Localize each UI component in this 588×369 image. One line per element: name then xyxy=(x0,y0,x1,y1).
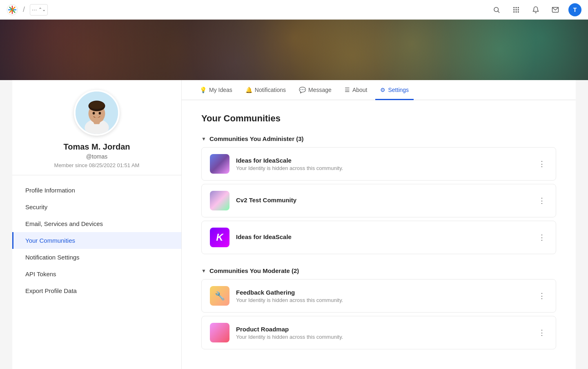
community-info: Product Roadmap Your Identity is hidden … xyxy=(236,326,536,340)
community-more-button[interactable]: ⋮ xyxy=(536,290,548,302)
community-logo: K xyxy=(210,228,229,247)
tab-about[interactable]: ☰ About xyxy=(340,80,372,100)
community-info: Ideas for IdeaScale Your Identity is hid… xyxy=(236,157,536,171)
svg-point-24 xyxy=(99,112,101,115)
top-navigation: / ··· ⌃⌄ T xyxy=(0,0,588,20)
sidebar-item-profile-information[interactable]: Profile Information xyxy=(12,182,181,199)
breadcrumb-button[interactable]: ··· ⌃⌄ xyxy=(30,4,48,16)
community-logo xyxy=(210,323,229,342)
community-info: Ideas for IdeaScale xyxy=(236,233,536,242)
community-card: Product Roadmap Your Identity is hidden … xyxy=(201,316,556,349)
community-name: Ideas for IdeaScale xyxy=(236,157,536,164)
community-card: K Ideas for IdeaScale ⋮ xyxy=(201,221,556,254)
profile-since: Member since 08/25/2022 01:51 AM xyxy=(54,162,140,168)
profile-handle: @tomas xyxy=(86,153,107,160)
chevron-down-icon: ▼ xyxy=(201,136,206,142)
chevron-down-icon: ▼ xyxy=(201,268,206,274)
bell-tab-icon: 🔔 xyxy=(245,87,252,93)
community-card: Cv2 Test Community ⋮ xyxy=(201,184,556,217)
sidebar-item-export-profile-data[interactable]: Export Profile Data xyxy=(12,282,181,299)
mail-button[interactable] xyxy=(549,3,562,16)
community-card: 🔧 Feedback Gathering Your Identity is hi… xyxy=(201,279,556,313)
content-body: Your Communities ▼ Communities You Admin… xyxy=(182,100,576,369)
community-subtitle: Your Identity is hidden across this comm… xyxy=(236,297,536,303)
admin-communities-section: ▼ Communities You Administer (3) Ideas f… xyxy=(201,135,556,254)
community-name: Ideas for IdeaScale xyxy=(236,233,536,240)
main-layout: Tomas M. Jordan @tomas Member since 08/2… xyxy=(12,80,576,369)
tab-settings[interactable]: ⚙ Settings xyxy=(375,80,414,100)
admin-section-header[interactable]: ▼ Communities You Administer (3) xyxy=(201,135,556,142)
community-more-button[interactable]: ⋮ xyxy=(536,158,548,170)
community-info: Feedback Gathering Your Identity is hidd… xyxy=(236,289,536,303)
community-logo xyxy=(210,154,229,174)
community-info: Cv2 Test Community xyxy=(236,197,536,205)
sidebar: Tomas M. Jordan @tomas Member since 08/2… xyxy=(12,80,182,369)
settings-tab-icon: ⚙ xyxy=(380,87,385,93)
moderate-communities-section: ▼ Communities You Moderate (2) 🔧 Feedbac… xyxy=(201,267,556,349)
app-logo[interactable] xyxy=(7,4,18,16)
breadcrumb-dots: ··· xyxy=(32,7,37,13)
svg-point-22 xyxy=(89,101,104,109)
moderate-section-title: Communities You Moderate (2) xyxy=(209,267,299,274)
tabs-bar: 💡 My Ideas 🔔 Notifications 💬 Message ☰ A… xyxy=(182,80,576,100)
top-nav-icons: T xyxy=(490,3,581,16)
sidebar-item-api-tokens[interactable]: API Tokens xyxy=(12,266,181,282)
sidebar-item-security[interactable]: Security xyxy=(12,199,181,215)
svg-point-23 xyxy=(93,112,95,115)
hero-banner xyxy=(0,20,588,80)
svg-rect-14 xyxy=(516,11,517,12)
community-subtitle: Your Identity is hidden across this comm… xyxy=(236,165,536,171)
community-subtitle: Your Identity is hidden across this comm… xyxy=(236,334,536,340)
about-tab-icon: ☰ xyxy=(345,87,350,93)
community-more-button[interactable]: ⋮ xyxy=(536,327,548,338)
svg-rect-13 xyxy=(513,11,514,12)
svg-rect-15 xyxy=(518,11,519,12)
svg-line-6 xyxy=(498,11,499,12)
svg-point-5 xyxy=(494,7,499,12)
logo-letter: K xyxy=(216,232,223,243)
tab-my-ideas[interactable]: 💡 My Ideas xyxy=(195,80,237,100)
page-title: Your Communities xyxy=(201,113,556,124)
svg-rect-10 xyxy=(513,9,514,10)
profile-avatar xyxy=(74,90,120,136)
community-name: Product Roadmap xyxy=(236,326,536,333)
svg-rect-12 xyxy=(518,9,519,10)
sidebar-item-your-communities[interactable]: Your Communities xyxy=(12,232,181,249)
sidebar-item-notification-settings[interactable]: Notification Settings xyxy=(12,249,181,266)
tab-notifications[interactable]: 🔔 Notifications xyxy=(241,80,291,100)
content-area: 💡 My Ideas 🔔 Notifications 💬 Message ☰ A… xyxy=(182,80,576,369)
breadcrumb-arrows: ⌃⌄ xyxy=(38,7,46,12)
apps-button[interactable] xyxy=(510,3,523,16)
community-more-button[interactable]: ⋮ xyxy=(536,195,548,206)
profile-name: Tomas M. Jordan xyxy=(64,142,130,152)
community-logo: 🔧 xyxy=(210,286,229,306)
community-name: Feedback Gathering xyxy=(236,289,536,296)
community-more-button[interactable]: ⋮ xyxy=(536,232,548,243)
svg-rect-7 xyxy=(513,7,514,8)
community-card: Ideas for IdeaScale Your Identity is hid… xyxy=(201,147,556,181)
logo-tools-icon: 🔧 xyxy=(215,291,225,301)
profile-card: Tomas M. Jordan @tomas Member since 08/2… xyxy=(12,80,181,175)
svg-rect-9 xyxy=(518,7,519,8)
lightbulb-icon: 💡 xyxy=(200,87,207,93)
community-logo xyxy=(210,191,229,210)
community-name: Cv2 Test Community xyxy=(236,197,536,204)
tab-message[interactable]: 💬 Message xyxy=(294,80,336,100)
moderate-section-header[interactable]: ▼ Communities You Moderate (2) xyxy=(201,267,556,274)
admin-section-title: Communities You Administer (3) xyxy=(209,135,304,142)
message-tab-icon: 💬 xyxy=(299,87,306,93)
svg-rect-8 xyxy=(516,7,517,8)
svg-rect-11 xyxy=(516,9,517,10)
search-button[interactable] xyxy=(490,3,503,16)
breadcrumb-slash: / xyxy=(23,5,25,14)
user-avatar[interactable]: T xyxy=(568,3,581,16)
sidebar-nav: Profile Information Security Email, Serv… xyxy=(12,175,181,306)
hero-bokeh xyxy=(0,20,588,80)
sidebar-item-email-services-devices[interactable]: Email, Services and Devices xyxy=(12,215,181,232)
notifications-button[interactable] xyxy=(529,3,542,16)
